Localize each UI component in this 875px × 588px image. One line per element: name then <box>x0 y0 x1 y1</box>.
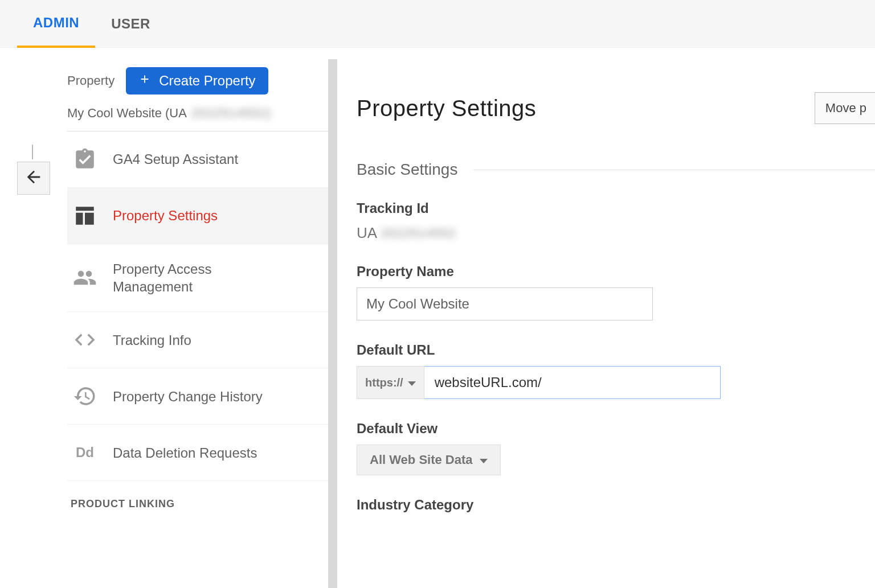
main-header: Property Settings Move p <box>357 92 875 124</box>
industry-category-field: Industry Category <box>357 497 875 513</box>
chevron-down-icon <box>480 459 488 463</box>
create-property-button[interactable]: Create Property <box>126 67 268 94</box>
people-icon <box>73 266 97 290</box>
sidebar-item-data-deletion[interactable]: Dd Data Deletion Requests <box>67 425 328 481</box>
horizontal-rule <box>473 170 875 170</box>
tracking-id-value: UA 2022514552 <box>357 224 875 242</box>
basic-settings-header: Basic Settings <box>357 161 875 179</box>
plus-icon <box>138 73 151 89</box>
top-tabs: ADMIN USER <box>0 0 875 48</box>
tab-admin[interactable]: ADMIN <box>17 0 95 48</box>
sidebar-item-label: GA4 Setup Assistant <box>113 150 238 168</box>
default-url-input[interactable] <box>424 366 721 399</box>
layout-icon <box>73 204 97 228</box>
protocol-select[interactable]: https:// <box>357 366 424 399</box>
history-icon <box>73 384 97 408</box>
basic-settings-label: Basic Settings <box>357 161 457 179</box>
property-name-label: Property Name <box>357 264 875 279</box>
sidebar-item-label: Data Deletion Requests <box>113 444 257 462</box>
sidebar-item-label: Property Settings <box>113 207 218 224</box>
obscured-ua-id: 2022514552) <box>191 106 272 121</box>
property-label: Property <box>67 73 115 88</box>
sidebar-item-label: Tracking Info <box>113 331 191 349</box>
industry-category-label: Industry Category <box>357 497 875 513</box>
property-name-field: Property Name <box>357 264 875 320</box>
page-title: Property Settings <box>357 96 536 121</box>
create-property-label: Create Property <box>159 73 255 89</box>
protocol-value: https:// <box>365 376 403 389</box>
sidebar-item-tracking-info[interactable]: Tracking Info <box>67 312 328 368</box>
default-url-label: Default URL <box>357 342 875 358</box>
main-panel: Property Settings Move p Basic Settings … <box>337 48 875 588</box>
column-divider <box>328 59 337 588</box>
default-view-label: Default View <box>357 421 875 437</box>
clipboard-check-icon <box>73 147 97 171</box>
sidebar-item-change-history[interactable]: Property Change History <box>67 368 328 425</box>
sidebar-item-label: Property Access Management <box>113 260 295 295</box>
current-property-row[interactable]: My Cool Website (UA 2022514552) <box>67 106 328 131</box>
obscured-tracking-id: 2022514552 <box>381 226 456 241</box>
move-property-button[interactable]: Move p <box>815 92 875 124</box>
url-row: https:// <box>357 366 875 399</box>
back-column <box>0 48 67 588</box>
chevron-down-icon <box>408 381 416 386</box>
dd-icon: Dd <box>73 441 97 464</box>
tracking-id-field: Tracking Id UA 2022514552 <box>357 200 875 242</box>
workspace: Property Create Property My Cool Website… <box>0 48 875 588</box>
sidebar-item-property-settings[interactable]: Property Settings <box>67 188 328 244</box>
default-view-field: Default View All Web Site Data <box>357 421 875 475</box>
default-view-value: All Web Site Data <box>370 453 473 467</box>
product-linking-heading: PRODUCT LINKING <box>67 481 328 510</box>
default-url-field: Default URL https:// <box>357 342 875 399</box>
sidebar-item-label: Property Change History <box>113 388 263 405</box>
default-view-select[interactable]: All Web Site Data <box>357 445 501 475</box>
tab-user[interactable]: USER <box>95 0 166 47</box>
property-header: Property Create Property <box>67 67 328 106</box>
property-name-input[interactable] <box>357 287 653 320</box>
sidebar-item-ga4[interactable]: GA4 Setup Assistant <box>67 131 328 188</box>
sidebar: Property Create Property My Cool Website… <box>67 48 328 588</box>
vertical-bar <box>32 145 33 159</box>
sidebar-item-access-management[interactable]: Property Access Management <box>67 244 328 312</box>
back-button[interactable] <box>17 162 50 195</box>
code-icon <box>73 328 97 352</box>
arrow-left-icon <box>24 167 43 189</box>
current-property-name: My Cool Website (UA <box>67 106 187 121</box>
tracking-id-label: Tracking Id <box>357 200 875 216</box>
